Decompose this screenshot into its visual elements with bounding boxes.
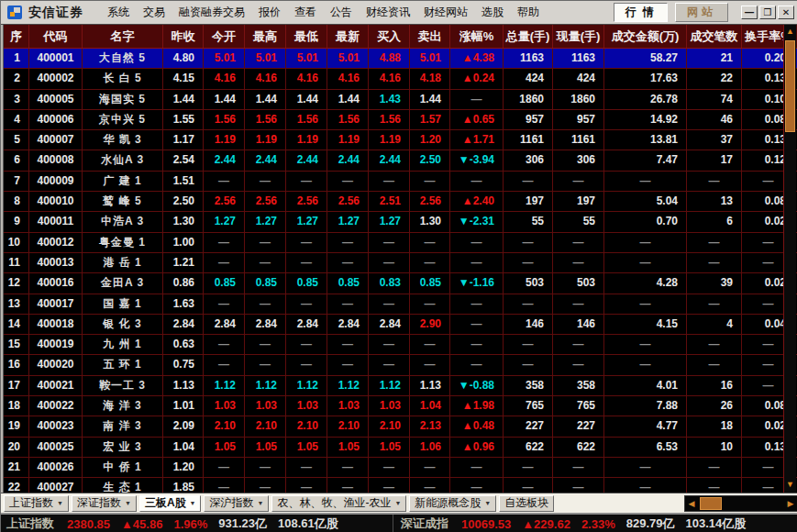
- tab-label: 上证指数: [9, 495, 53, 511]
- table-row[interactable]: 16400020五 环 10.75————————————: [4, 355, 797, 375]
- quotes-button[interactable]: 行 情: [614, 3, 668, 22]
- table-row[interactable]: 6400008水仙A 32.542.442.442.442.442.442.50…: [4, 150, 797, 171]
- table-row[interactable]: 13400017国 嘉 11.63————————————: [4, 294, 797, 315]
- table-cell: 2.84: [369, 315, 410, 334]
- table-cell: 503: [553, 273, 604, 293]
- column-header[interactable]: 卖出: [410, 25, 450, 48]
- column-header[interactable]: 现量(手): [553, 25, 604, 48]
- chevron-down-icon[interactable]: ▼: [484, 500, 491, 506]
- table-row[interactable]: 5400007华 凯 31.171.191.191.191.191.191.20…: [4, 130, 797, 150]
- column-header[interactable]: 今开: [204, 25, 245, 48]
- chevron-down-icon[interactable]: ▼: [190, 500, 196, 506]
- table-cell: 400016: [29, 273, 83, 293]
- scroll-down-icon[interactable]: ▼: [784, 478, 796, 492]
- menu-item[interactable]: 选股: [482, 5, 504, 20]
- table-row[interactable]: 15400019九 州 10.63————————————: [4, 335, 797, 355]
- table-row[interactable]: 1400001大自然 54.805.015.015.015.014.885.01…: [4, 49, 797, 69]
- minimize-button[interactable]: —: [741, 6, 758, 19]
- table-cell: 26: [687, 396, 742, 416]
- maximize-button[interactable]: ❒: [759, 6, 776, 19]
- vertical-scrollbar-thumb[interactable]: [785, 40, 795, 132]
- tab-active-sector[interactable]: 三板A股▼: [139, 495, 202, 512]
- table-cell: 1.30: [163, 212, 204, 231]
- table-cell: —: [687, 335, 742, 354]
- chevron-down-icon[interactable]: ▼: [125, 500, 131, 506]
- column-header[interactable]: 成交笔数: [687, 25, 742, 48]
- table-cell: 5.01: [204, 49, 245, 68]
- column-header[interactable]: 涨幅%: [450, 25, 504, 48]
- table-cell: 6: [687, 212, 742, 231]
- table-row[interactable]: 18400022海 洋 31.011.031.031.031.031.031.0…: [4, 396, 797, 416]
- tab-sector[interactable]: 深证指数▼: [72, 495, 137, 512]
- column-header[interactable]: 总量(手): [504, 25, 553, 48]
- table-row[interactable]: 19400023南 洋 32.092.102.102.102.102.102.1…: [4, 416, 797, 437]
- horizontal-scrollbar[interactable]: ◀ ▶: [684, 495, 797, 512]
- chevron-down-icon[interactable]: ▼: [57, 500, 63, 506]
- table-cell: ▲1.71: [450, 130, 504, 150]
- table-cell: 1.03: [369, 396, 410, 416]
- column-header[interactable]: 买入: [369, 25, 410, 48]
- column-header[interactable]: 最低: [286, 25, 327, 48]
- scroll-up-icon[interactable]: ▲: [784, 25, 796, 39]
- column-header[interactable]: 最新: [327, 25, 369, 48]
- table-cell: 1.00: [163, 233, 204, 252]
- table-cell: 0.85: [245, 273, 286, 293]
- table-row[interactable]: 20400025宏 业 31.041.051.051.051.051.051.0…: [4, 438, 797, 458]
- table-row[interactable]: 7400009广 建 11.51————————————: [4, 172, 797, 192]
- menu-item[interactable]: 帮助: [517, 5, 539, 20]
- scroll-left-icon[interactable]: ◀: [685, 496, 698, 511]
- table-row[interactable]: 2400002长 白 54.154.164.164.164.164.164.18…: [4, 69, 797, 89]
- chevron-down-icon[interactable]: ▼: [257, 500, 263, 506]
- vertical-scrollbar[interactable]: ▲ ▼: [783, 25, 796, 493]
- menu-item[interactable]: 财经资讯: [366, 5, 410, 20]
- table-row[interactable]: 10400012粤金曼 11.00————————————: [4, 233, 797, 253]
- table-cell: 1.03: [286, 396, 327, 416]
- table-cell: —: [450, 172, 504, 191]
- column-header[interactable]: 成交金额(万): [604, 25, 687, 48]
- table-row[interactable]: 22400027生 态 11.85————————————: [4, 478, 797, 493]
- menu-item[interactable]: 财经网站: [424, 5, 468, 20]
- table-cell: 1.19: [204, 130, 245, 150]
- table-row[interactable]: 14400018银 化 32.842.842.842.842.842.842.9…: [4, 315, 797, 335]
- table-cell: —: [369, 233, 410, 252]
- table-cell: 海 洋 3: [83, 396, 163, 416]
- table-row[interactable]: 17400021鞍一工 31.131.121.121.121.121.121.1…: [4, 376, 797, 396]
- scroll-right-icon[interactable]: ▶: [784, 496, 797, 511]
- column-header[interactable]: 昨收: [163, 25, 204, 48]
- tab-sector[interactable]: 新能源概念股▼: [409, 495, 496, 512]
- table-cell: 10: [4, 233, 29, 252]
- column-header[interactable]: 序: [4, 25, 29, 48]
- tab-sector[interactable]: 上证指数▼: [4, 495, 69, 512]
- table-cell: 水仙A 3: [83, 150, 163, 170]
- tab-sector[interactable]: 农、林、牧、渔业-农业▼: [271, 495, 406, 512]
- horizontal-scrollbar-thumb[interactable]: [700, 497, 722, 510]
- menu-item[interactable]: 系统: [107, 5, 129, 20]
- table-row[interactable]: 9400011中浩A 31.301.271.271.271.271.271.30…: [4, 212, 797, 232]
- table-row[interactable]: 8400010鹫 峰 52.502.562.562.562.562.512.56…: [4, 192, 797, 212]
- menu-item[interactable]: 公告: [330, 5, 352, 20]
- website-button[interactable]: 网站: [675, 3, 728, 22]
- tab-sector[interactable]: 深沪指数▼: [204, 495, 269, 512]
- table-cell: 1.05: [369, 438, 410, 457]
- chevron-down-icon[interactable]: ▼: [394, 500, 401, 506]
- column-header[interactable]: 代码: [29, 25, 83, 48]
- menu-item[interactable]: 查看: [294, 5, 316, 20]
- table-row[interactable]: 4400006京中兴 51.551.561.561.561.561.561.57…: [4, 110, 797, 130]
- table-cell: 13.81: [604, 130, 687, 150]
- table-cell: 22: [687, 69, 742, 88]
- menu-item[interactable]: 交易: [143, 5, 165, 20]
- column-header[interactable]: 最高: [245, 25, 286, 48]
- table-row[interactable]: 21400026中 侨 11.20————————————: [4, 458, 797, 478]
- table-cell: —: [604, 335, 687, 354]
- table-row[interactable]: 3400005海国实 51.441.441.441.441.441.431.44…: [4, 90, 797, 110]
- table-cell: 19: [4, 416, 29, 436]
- table-cell: 1.01: [163, 396, 204, 416]
- menu-item[interactable]: 融资融券交易: [179, 5, 245, 20]
- column-header[interactable]: 名字: [83, 25, 163, 48]
- tab-sector[interactable]: 自选板块: [499, 495, 554, 512]
- menu-item[interactable]: 报价: [259, 5, 281, 20]
- table-row[interactable]: 12400016金田A 30.860.850.850.850.850.830.8…: [4, 273, 797, 294]
- table-cell: —: [604, 294, 687, 314]
- close-button[interactable]: ✕: [778, 6, 794, 19]
- table-row[interactable]: 11400013港 岳 11.21————————————: [4, 253, 797, 273]
